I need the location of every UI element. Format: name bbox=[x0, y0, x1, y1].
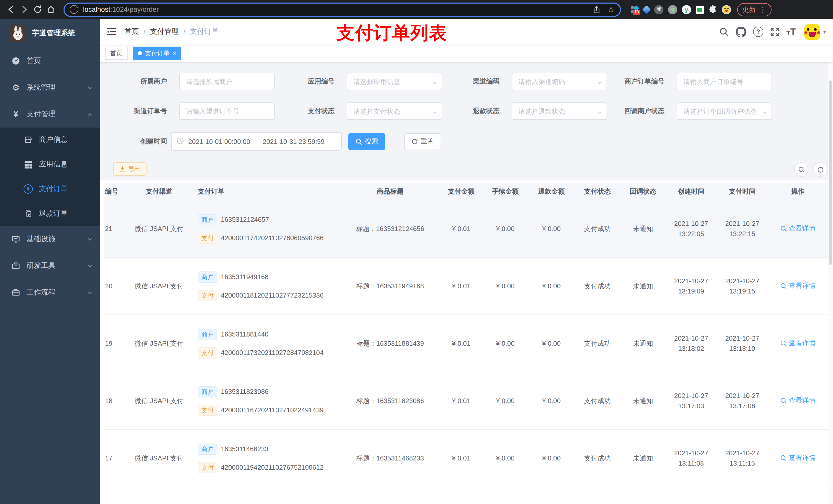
sidebar-item-refund-order[interactable]: 退款订单 bbox=[0, 201, 100, 226]
monitor-chart-icon bbox=[11, 235, 21, 243]
sidebar-item-system[interactable]: ⚙ 系统管理 bbox=[0, 74, 100, 101]
channel-code-select[interactable] bbox=[512, 73, 607, 90]
merchant-order-no: 1635311949168 bbox=[221, 273, 268, 281]
browser-reload-icon[interactable] bbox=[31, 3, 44, 16]
merchant-input[interactable] bbox=[179, 73, 275, 90]
navbar-actions: ? TT ▾ bbox=[713, 24, 833, 40]
page-scrollbar[interactable] bbox=[828, 19, 833, 504]
extensions-puzzle-icon[interactable] bbox=[709, 5, 717, 14]
search-icon[interactable] bbox=[719, 27, 729, 37]
notify-status: 未通知 bbox=[621, 224, 666, 233]
sidebar-item-workflow[interactable]: 工作流程 bbox=[0, 279, 100, 306]
sidebar-item-infrastructure[interactable]: 基础设施 bbox=[0, 226, 100, 253]
view-details-link[interactable]: 查看详情 bbox=[780, 339, 815, 348]
refresh-table-button[interactable] bbox=[813, 162, 827, 177]
page-info-icon[interactable]: i bbox=[70, 5, 78, 14]
sidebar-item-merchant-info[interactable]: 商户信息 bbox=[0, 127, 100, 152]
pay-tag: 支付 bbox=[198, 232, 217, 243]
export-button[interactable]: 导出 bbox=[113, 162, 146, 176]
table-card: 编号 支付渠道 支付订单 商品标题 支付金额 手续金额 退款金额 支付状态 回调… bbox=[100, 180, 833, 504]
search-button[interactable]: 搜索 bbox=[348, 133, 385, 150]
view-details-link[interactable]: 查看详情 bbox=[780, 282, 815, 291]
channel-pay-no: 4200001181202110277723215336 bbox=[221, 291, 324, 299]
bookmark-star-icon[interactable]: ☆ bbox=[607, 5, 615, 14]
channel-order-no-input[interactable] bbox=[179, 102, 275, 120]
filter-merchant-order-no: 商户订单编号 bbox=[603, 73, 772, 90]
share-icon[interactable] bbox=[593, 5, 600, 14]
filter-channel-order-no: 渠道订单号 bbox=[105, 102, 275, 120]
merchant-order-no-input[interactable] bbox=[677, 73, 772, 90]
avatar-caret-icon[interactable]: ▾ bbox=[823, 29, 826, 34]
url-bar[interactable]: i localhost:1024/pay/order ☆ bbox=[64, 2, 621, 17]
main-content: 所属商户 应用编号 渠道编码 商户订单编号 渠道订单号 bbox=[100, 62, 833, 504]
toolbox-icon bbox=[11, 262, 21, 270]
view-details-link[interactable]: 查看详情 bbox=[780, 454, 815, 463]
view-details-link[interactable]: 查看详情 bbox=[780, 224, 815, 233]
sidebar-item-payment[interactable]: ¥ 支付管理 bbox=[0, 101, 100, 127]
filter-row-1: 所属商户 应用编号 渠道编码 商户订单编号 bbox=[100, 73, 833, 90]
pay-status-select[interactable] bbox=[347, 102, 442, 120]
filter-row-2: 渠道订单号 支付状态 退款状态 回调商户状态 bbox=[100, 102, 833, 120]
extension-grid-icon[interactable]: 10 bbox=[630, 5, 639, 14]
filter-create-time: 创建时间 2021-10-01 00:00:00 - 2021-10-31 23… bbox=[105, 133, 441, 150]
screen: i localhost:1024/pay/order ☆ 10 ⌘ y bbox=[0, 0, 833, 504]
merchant-tag: 商户 bbox=[198, 329, 217, 340]
scrollbar-thumb[interactable] bbox=[829, 80, 832, 265]
font-size-icon[interactable]: TT bbox=[786, 27, 796, 37]
browser-back-icon[interactable] bbox=[4, 3, 18, 16]
pay-order-table: 编号 支付渠道 支付订单 商品标题 支付金额 手续金额 退款金额 支付状态 回调… bbox=[104, 183, 828, 504]
gear-icon: ⚙ bbox=[11, 83, 21, 92]
yen-circle-icon: ¥ bbox=[24, 184, 33, 194]
sidebar-collapse-icon[interactable] bbox=[103, 23, 120, 41]
breadcrumb-payment[interactable]: 支付管理 bbox=[150, 27, 179, 37]
fullscreen-icon[interactable] bbox=[770, 27, 780, 37]
app-no-select[interactable] bbox=[347, 73, 442, 90]
pay-status: 支付成功 bbox=[574, 282, 621, 291]
github-icon[interactable] bbox=[736, 26, 746, 37]
browser-home-icon[interactable] bbox=[44, 3, 57, 16]
sidebar-item-dev-tools[interactable]: 研发工具 bbox=[0, 253, 100, 279]
profile-avatar-icon[interactable] bbox=[722, 5, 731, 14]
extension-y-icon[interactable]: y bbox=[682, 5, 691, 14]
browser-update-button[interactable]: 更新 ⋮ bbox=[737, 3, 771, 16]
merchant-tag: 商户 bbox=[198, 214, 217, 225]
filter-notify-status: 回调商户状态 bbox=[603, 102, 772, 120]
extension-chat-icon[interactable] bbox=[696, 5, 704, 14]
help-icon[interactable]: ? bbox=[753, 27, 763, 37]
extension-command-icon[interactable]: ⌘ bbox=[654, 5, 663, 14]
pay-status: 支付成功 bbox=[574, 454, 621, 463]
url-text: localhost:1024/pay/order bbox=[83, 6, 159, 13]
grid-icon bbox=[24, 161, 33, 168]
filter-pay-status: 支付状态 bbox=[273, 102, 442, 120]
sidebar-item-home[interactable]: 首页 bbox=[0, 48, 100, 74]
extension-kite-icon[interactable] bbox=[643, 6, 649, 13]
chevron-down-icon bbox=[87, 290, 93, 295]
tag-home[interactable]: 首页 bbox=[105, 47, 127, 60]
show-search-toggle-button[interactable] bbox=[794, 162, 808, 177]
user-avatar[interactable] bbox=[804, 24, 820, 40]
chevron-down-icon bbox=[87, 236, 93, 242]
sidebar-item-pay-order[interactable]: ¥ 支付订单 bbox=[0, 177, 100, 201]
breadcrumb-home[interactable]: 首页 bbox=[124, 27, 139, 37]
channel-pay-no: 4200001174202110278060590766 bbox=[221, 234, 324, 242]
refund-status-select[interactable] bbox=[512, 102, 607, 120]
table-row: 16 商户1635311251796 bbox=[104, 487, 828, 504]
view-details-link[interactable]: 查看详情 bbox=[780, 396, 815, 405]
notify-status: 未通知 bbox=[621, 339, 666, 348]
sidebar-item-app-info[interactable]: 应用信息 bbox=[0, 152, 100, 177]
workflow-icon bbox=[11, 288, 21, 296]
browser-forward-icon[interactable] bbox=[18, 3, 31, 16]
channel-pay-no: 4200001173202110272847982104 bbox=[221, 349, 324, 357]
notify-status-select[interactable] bbox=[677, 102, 772, 120]
browser-menu-icon[interactable]: ⋮ bbox=[759, 5, 766, 14]
tag-pay-order[interactable]: 支付订单 × bbox=[133, 47, 181, 60]
reset-button[interactable]: 重置 bbox=[404, 133, 441, 150]
app-logo-row[interactable]: 芋道管理系统 bbox=[0, 19, 100, 48]
tag-close-icon[interactable]: × bbox=[173, 50, 176, 56]
table-row: 21 微信 JSAPI 支付 商户1635312124657 支付4200001… bbox=[104, 200, 828, 258]
merchant-order-no: 1635312124657 bbox=[221, 216, 269, 223]
extensions-strip: 10 ⌘ y bbox=[626, 5, 731, 14]
date-range-input[interactable]: 2021-10-01 00:00:00 - 2021-10-31 23:59:5… bbox=[171, 132, 342, 150]
pay-tag: 支付 bbox=[198, 347, 217, 358]
extension-record-icon[interactable] bbox=[668, 5, 677, 14]
